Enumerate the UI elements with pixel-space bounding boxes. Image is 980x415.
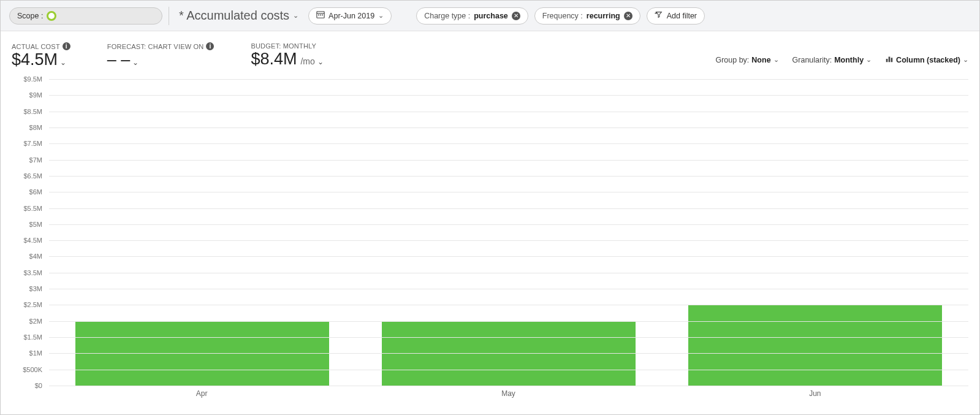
y-tick-label: $8M	[29, 124, 42, 131]
groupby-value: None	[751, 56, 770, 64]
chevron-down-icon[interactable]: ⌄	[60, 58, 66, 67]
y-tick-label: $5.5M	[23, 205, 42, 212]
kpi-label-text: BUDGET: MONTHLY	[251, 42, 316, 50]
view-title-dropdown[interactable]: * Accumulated costs ⌄	[175, 9, 302, 23]
gridline	[49, 143, 968, 144]
granularity-label: Granularity:	[792, 56, 832, 64]
kpi-label: FORECAST: CHART VIEW ON i	[107, 42, 215, 50]
gridline	[49, 305, 968, 305]
scope-label: Scope :	[17, 12, 43, 20]
column-chart-icon	[885, 55, 894, 65]
y-tick-label: $3.5M	[23, 269, 42, 276]
y-tick-label: $4.5M	[23, 237, 42, 244]
x-axis: AprMayJun	[48, 389, 968, 398]
gridline	[49, 160, 968, 161]
toolbar: Scope : * Accumulated costs ⌄ Apr-Jun 20…	[1, 1, 979, 31]
gridline	[49, 128, 968, 128]
remove-filter-icon[interactable]: ✕	[624, 12, 632, 20]
bar-jun[interactable]	[688, 305, 942, 386]
add-filter-icon: +	[655, 10, 663, 21]
bar-slot	[49, 79, 355, 386]
filter-charge-type[interactable]: Charge type : purchase ✕	[416, 7, 528, 25]
y-tick-label: $2M	[29, 318, 42, 325]
date-range-selector[interactable]: Apr-Jun 2019 ⌄	[308, 7, 392, 25]
svg-rect-7	[889, 57, 891, 63]
kpi-actual-cost[interactable]: ACTUAL COST i $4.5M ⌄	[12, 42, 70, 69]
svg-rect-8	[891, 58, 893, 62]
y-tick-label: $4M	[29, 253, 42, 260]
y-tick-label: $7M	[29, 156, 42, 164]
gridline	[49, 321, 968, 322]
view-title-text: * Accumulated costs	[179, 9, 289, 23]
y-tick-label: $3M	[29, 285, 42, 292]
info-icon[interactable]: i	[206, 42, 214, 50]
view-options: Group by: None ⌄ Granularity: Monthly ⌄ …	[715, 55, 968, 65]
svg-rect-6	[886, 59, 888, 62]
y-tick-label: $500K	[23, 366, 42, 373]
gridline	[49, 386, 968, 386]
gridline	[49, 224, 968, 225]
gridline	[49, 240, 968, 241]
chevron-down-icon: ⌄	[866, 56, 872, 64]
filter-label: Charge type :	[424, 12, 470, 20]
kpi-forecast[interactable]: FORECAST: CHART VIEW ON i – – ⌄	[107, 42, 215, 69]
chevron-down-icon[interactable]: ⌄	[317, 58, 324, 66]
y-tick-label: $6M	[29, 188, 42, 196]
date-range-text: Apr-Jun 2019	[329, 12, 374, 20]
scope-icon	[47, 11, 56, 21]
gridline	[49, 112, 968, 112]
y-tick-label: $8.5M	[23, 108, 42, 115]
kpi-value-text: – –	[107, 50, 131, 69]
filter-value: purchase	[474, 12, 508, 20]
gridline	[49, 337, 968, 338]
gridline	[49, 79, 968, 80]
kpi-value: $8.4M /mo ⌄	[251, 50, 323, 69]
gridline	[49, 208, 968, 209]
kpi-unit: /mo	[300, 56, 314, 66]
add-filter-button[interactable]: + Add filter	[647, 7, 705, 25]
gridline	[49, 353, 968, 354]
gridline	[49, 289, 968, 289]
chevron-down-icon: ⌄	[378, 12, 384, 20]
svg-rect-3	[320, 15, 321, 16]
chevron-down-icon: ⌄	[293, 12, 298, 20]
calendar-icon	[316, 10, 325, 21]
y-tick-label: $6.5M	[23, 172, 42, 180]
y-tick-label: $5M	[29, 221, 42, 228]
info-icon[interactable]: i	[63, 42, 70, 50]
granularity-value: Monthly	[834, 56, 864, 64]
chevron-down-icon[interactable]: ⌄	[132, 58, 139, 67]
groupby-selector[interactable]: Group by: None ⌄	[715, 56, 778, 64]
gridline	[49, 370, 968, 370]
kpi-budget[interactable]: BUDGET: MONTHLY $8.4M /mo ⌄	[251, 42, 323, 69]
kpi-value-text: $4.5M	[12, 50, 58, 69]
charttype-value: Column (stacked)	[896, 56, 960, 64]
bar-slot	[355, 79, 662, 386]
remove-filter-icon[interactable]: ✕	[512, 12, 520, 20]
chevron-down-icon: ⌄	[963, 56, 968, 64]
svg-rect-2	[318, 15, 319, 16]
kpi-label-text: FORECAST: CHART VIEW ON	[107, 43, 204, 50]
gridline	[49, 256, 968, 257]
kpi-value-text: $8.4M	[251, 50, 297, 69]
gridline	[49, 176, 968, 177]
y-tick-label: $9M	[29, 91, 42, 99]
y-axis: $9.5M$9M$8.5M$8M$7.5M$7M$6.5M$6M$5.5M$5M…	[12, 79, 46, 386]
charttype-selector[interactable]: Column (stacked) ⌄	[885, 55, 968, 65]
kpi-label: BUDGET: MONTHLY	[251, 42, 323, 50]
gridline	[49, 192, 968, 192]
y-tick-label: $7.5M	[23, 140, 42, 147]
y-tick-label: $2.5M	[23, 301, 42, 308]
x-tick-label: May	[355, 389, 661, 398]
x-tick-label: Jun	[662, 389, 968, 398]
groupby-label: Group by:	[715, 56, 749, 64]
add-filter-label: Add filter	[667, 12, 697, 20]
bar-row	[49, 79, 968, 386]
kpi-value: $4.5M ⌄	[12, 50, 70, 69]
x-tick-label: Apr	[48, 389, 355, 398]
filter-frequency[interactable]: Frequency : recurring ✕	[534, 7, 640, 25]
kpi-row: ACTUAL COST i $4.5M ⌄ FORECAST: CHART VI…	[1, 31, 979, 73]
gridline	[49, 95, 968, 96]
scope-selector[interactable]: Scope :	[9, 7, 162, 25]
granularity-selector[interactable]: Granularity: Monthly ⌄	[792, 56, 872, 64]
